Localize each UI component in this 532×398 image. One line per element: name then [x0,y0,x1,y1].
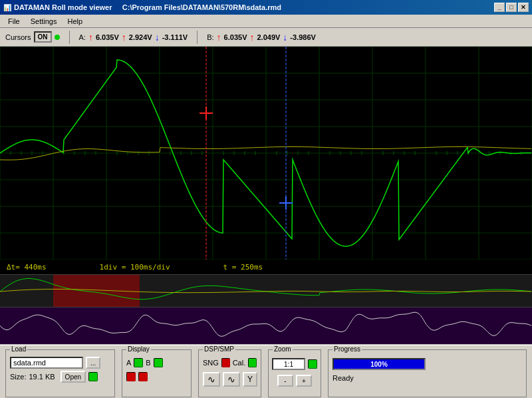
progress-percent: 100% [370,361,388,368]
dsp-panel: DSP/SMP SNG Cal. ∿ ∿ Y [198,349,261,397]
display-a-label: A [126,359,131,367]
cursor-a-up-icon: ↑ [88,32,93,43]
cursor-a-val1: 6.035V [96,33,119,41]
time-delta: Δt= 440ms [7,263,47,272]
cursor-a-label: A: [79,33,86,41]
cursor-b-up-icon: ↑ [217,32,221,43]
display-b-indicator[interactable] [154,358,163,367]
display-red1-indicator[interactable] [126,372,136,381]
menu-file[interactable]: File [3,16,25,27]
browse-button[interactable]: ... [86,357,100,369]
zoom-minus-button[interactable]: - [277,375,293,387]
mini-scope-canvas[interactable] [0,275,532,307]
cursor-a-down-icon: ↓ [155,32,160,43]
progress-bar-container: 100% [332,358,426,370]
titlebar-buttons: _ □ ✕ [494,3,529,12]
titlebar-title: DATAMAN Roll mode viewer C:\Program File… [14,3,281,11]
titlebar-left: 📊 DATAMAN Roll mode viewer C:\Program Fi… [3,3,281,11]
scope-wrapper [0,47,532,260]
cursor-b-val1: 6.035V [224,33,247,41]
open-indicator [88,372,98,381]
zoom-ratio: 1:1 [273,359,304,369]
display-b-label: B [146,359,150,367]
dsp-label: DSP/SMP [203,345,235,353]
menu-help[interactable]: Help [62,16,88,27]
cursors-label: Cursors [5,33,31,41]
app-icon: 📊 [3,4,11,11]
minimize-button[interactable]: _ [494,3,505,12]
cursor-b-val3: -3.986V [290,33,316,41]
purple-scope [0,307,532,344]
bottom-panel: Load ... Size: 19.1 KB Open Display A B [0,344,532,398]
open-button[interactable]: Open [61,371,86,383]
size-value: 19.1 KB [29,373,55,381]
display-label: Display [126,345,151,353]
cursor-b-down-icon: ↓ [283,32,287,43]
zoom-panel: Zoom 1:1 - + [268,349,321,397]
progress-status: Ready [332,374,522,382]
main-scope-canvas[interactable] [0,47,532,260]
load-panel: Load ... Size: 19.1 KB Open [5,349,115,397]
zoom-display: 1:1 [272,358,305,370]
separator-1 [69,31,70,44]
cursor-a-up2-icon: ↑ [122,32,126,43]
purple-scope-canvas[interactable] [0,307,532,344]
progress-bar-fill: 100% [334,359,424,369]
mini-scope [0,274,532,307]
zoom-label: Zoom [273,345,293,353]
display-red2-indicator[interactable] [138,372,148,381]
menu-settings[interactable]: Settings [25,16,63,27]
menubar: File Settings Help [0,15,532,28]
time-div: 1div = 100ms/div [100,263,170,272]
cursors-section: Cursors ON [5,31,60,43]
titlebar: 📊 DATAMAN Roll mode viewer C:\Program Fi… [0,0,532,15]
cursor-a-val2: 2.924V [129,33,152,41]
sng-indicator[interactable] [221,358,230,367]
cursor-on-button[interactable]: ON [34,31,52,43]
cursor-b-label: B: [207,33,213,41]
close-button[interactable]: ✕ [518,3,529,12]
sng-label: SNG [203,359,219,367]
separator-2 [197,31,198,44]
cursor-b-up2-icon: ↑ [249,32,254,43]
size-label: Size: [10,373,26,381]
cursor-on-indicator [55,35,60,40]
cal-label: Cal. [233,359,246,367]
time-axis-bar: Δt= 440ms 1div = 100ms/div t = 250ms [0,260,532,274]
progress-label: Progress [332,345,362,353]
cursor-b-val2: 2.049V [257,33,280,41]
cursor-b-section: B: ↑ 6.035V ↑ 2.049V ↓ -3.986V [207,32,316,43]
cursor-a-section: A: ↑ 6.035V ↑ 2.924V ↓ -3.111V [79,32,188,43]
time-position: t = 250ms [223,263,263,272]
load-label: Load [10,345,27,353]
display-panel: Display A B [122,349,192,397]
zoom-plus-button[interactable]: + [296,375,312,387]
dsp-btn3[interactable]: Y [243,372,257,387]
cursor-toolbar: Cursors ON A: ↑ 6.035V ↑ 2.924V ↓ -3.111… [0,28,532,47]
cursor-a-val3: -3.111V [162,33,188,41]
progress-panel: Progress 100% Ready [328,349,527,397]
dsp-btn1[interactable]: ∿ [203,372,220,387]
zoom-indicator [308,359,317,369]
filename-input[interactable] [10,357,83,369]
display-a-indicator[interactable] [134,358,143,367]
maximize-button[interactable]: □ [506,3,517,12]
dsp-btn2[interactable]: ∿ [223,372,240,387]
cal-indicator[interactable] [248,358,257,367]
